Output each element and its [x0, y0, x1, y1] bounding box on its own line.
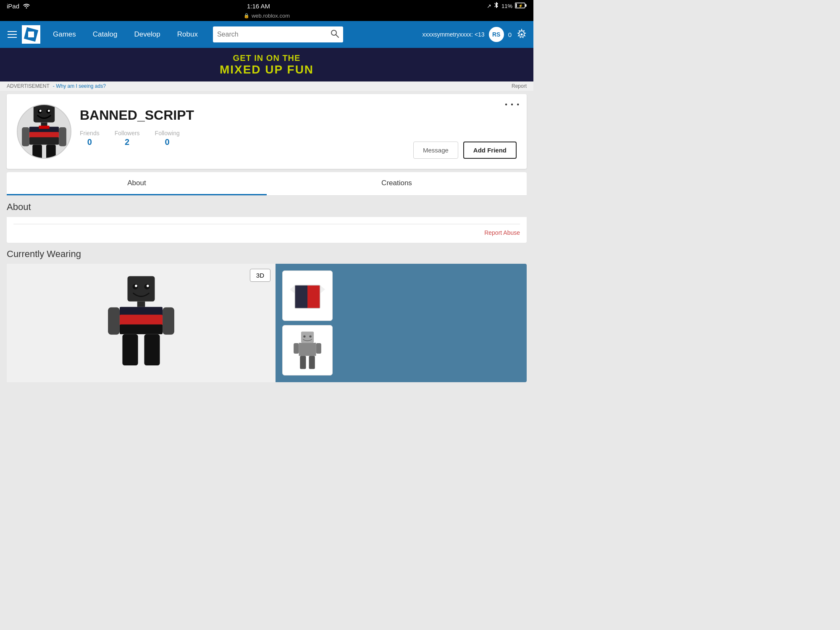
avatar-svg [18, 104, 71, 159]
location-icon: ↗ [487, 3, 491, 9]
svg-rect-34 [144, 334, 160, 365]
svg-rect-17 [22, 127, 29, 146]
following-label: Following [155, 130, 180, 136]
more-options-button[interactable]: • • • [505, 101, 520, 108]
svg-rect-40 [307, 285, 320, 308]
svg-rect-8 [34, 104, 55, 123]
svg-rect-42 [301, 332, 314, 343]
clothing-item-shirt[interactable] [282, 270, 333, 321]
ad-text-1: GET IN ON THE [220, 53, 314, 63]
report-abuse-link[interactable]: Report Abuse [13, 229, 520, 236]
ad-label-left: ADVERTISEMENT - Why am I seeing ads? [7, 83, 106, 89]
profile-card: • • • [7, 94, 527, 169]
ad-report-link[interactable]: Report [512, 83, 527, 89]
svg-rect-39 [295, 285, 307, 308]
search-container [213, 26, 343, 42]
tab-about[interactable]: About [7, 172, 267, 195]
svg-rect-16 [29, 137, 59, 145]
lock-icon: 🔒 [244, 13, 249, 18]
svg-rect-20 [46, 145, 56, 159]
profile-username: BANNED_SCRIPT [80, 108, 517, 123]
svg-text:⚡: ⚡ [518, 3, 523, 8]
3d-toggle-button[interactable]: 3D [250, 269, 270, 282]
friends-value: 0 [80, 137, 100, 147]
svg-rect-45 [299, 343, 316, 356]
friends-label: Friends [80, 130, 100, 136]
status-time: 1:16 AM [247, 3, 270, 10]
nav-username: xxxxsymmetryxxxx: <13 [422, 31, 484, 38]
search-input[interactable] [213, 28, 326, 41]
nav-games[interactable]: Games [45, 21, 84, 48]
bluetooth-icon [494, 2, 499, 10]
svg-marker-38 [320, 285, 325, 294]
about-divider [13, 224, 520, 224]
status-left: iPad [7, 3, 30, 10]
followers-value: 2 [115, 137, 140, 147]
nav-right: xxxxsymmetryxxxx: <13 RS 0 [422, 27, 528, 42]
message-button[interactable]: Message [413, 142, 458, 159]
item-figure-svg [291, 329, 324, 371]
clothing-item-avatar[interactable] [282, 325, 333, 375]
svg-point-43 [303, 335, 305, 337]
svg-rect-48 [300, 356, 306, 369]
wearing-avatar-svg [99, 273, 183, 382]
nav-robux[interactable]: Robux [169, 21, 206, 48]
stat-followers: Followers 2 [115, 130, 140, 147]
svg-rect-27 [137, 302, 145, 307]
nav-develop[interactable]: Develop [126, 21, 168, 48]
ad-label-text: ADVERTISEMENT [7, 83, 50, 89]
shirt-preview-svg [289, 277, 326, 315]
ad-banner: GET IN ON THE MIXED UP FUN [0, 48, 533, 81]
ad-text-2: MIXED UP FUN [220, 63, 314, 76]
url-text: web.roblox.com [252, 13, 290, 19]
roblox-logo[interactable] [22, 25, 40, 44]
stat-friends: Friends 0 [80, 130, 100, 147]
robux-count: 0 [508, 31, 512, 38]
following-value: 0 [155, 137, 180, 147]
svg-rect-21 [39, 126, 49, 129]
settings-button[interactable] [516, 29, 528, 40]
logo-inner [24, 27, 38, 42]
profile-actions: Message Add Friend [413, 142, 517, 159]
ad-why-link[interactable]: - Why am I seeing ads? [53, 83, 106, 89]
status-bar: iPad 1:16 AM ↗ 11% ⚡ [0, 0, 533, 12]
tab-creations[interactable]: Creations [267, 172, 527, 195]
svg-rect-30 [120, 325, 163, 334]
ad-label-bar: ADVERTISEMENT - Why am I seeing ads? Rep… [0, 81, 533, 91]
svg-rect-31 [108, 307, 120, 335]
battery-text: 11% [501, 3, 512, 9]
svg-rect-33 [122, 334, 138, 365]
svg-rect-47 [316, 343, 321, 354]
nav-links: Games Catalog Develop Robux [45, 21, 206, 48]
svg-rect-19 [32, 145, 42, 159]
add-friend-button[interactable]: Add Friend [463, 142, 517, 159]
nav-catalog[interactable]: Catalog [84, 21, 126, 48]
about-box: Report Abuse [7, 217, 527, 243]
svg-point-44 [309, 335, 311, 337]
svg-rect-1 [525, 4, 526, 7]
search-button[interactable] [326, 27, 343, 42]
svg-point-4 [331, 30, 336, 35]
status-right: ↗ 11% ⚡ [487, 2, 527, 10]
items-panel [276, 264, 527, 382]
svg-rect-2 [515, 3, 517, 7]
url-bar[interactable]: 🔒 web.roblox.com [0, 12, 533, 21]
wearing-title: Currently Wearing [0, 243, 533, 264]
svg-rect-22 [128, 276, 155, 301]
svg-rect-32 [163, 307, 174, 335]
about-section-title: About [0, 196, 533, 217]
stat-following: Following 0 [155, 130, 180, 147]
followers-label: Followers [115, 130, 140, 136]
navbar: Games Catalog Develop Robux xxxxsymmetry… [0, 21, 533, 48]
hamburger-line [8, 37, 17, 38]
device-label: iPad [7, 3, 19, 10]
svg-marker-37 [290, 285, 295, 294]
svg-point-26 [147, 285, 149, 287]
hamburger-button[interactable] [6, 28, 22, 41]
svg-rect-46 [294, 343, 299, 354]
svg-point-25 [135, 285, 137, 287]
robux-button[interactable]: RS [489, 27, 504, 42]
svg-point-11 [39, 110, 42, 112]
profile-avatar [17, 104, 71, 159]
tabs-container: About Creations [7, 172, 527, 196]
